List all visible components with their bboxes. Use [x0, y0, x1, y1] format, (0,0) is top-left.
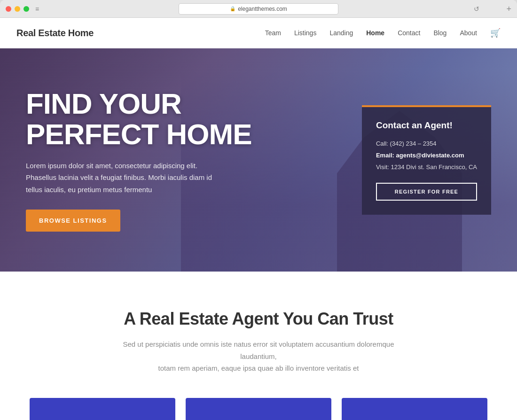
trust-section: A Real Estate Agent You Can Trust Sed ut… [0, 272, 517, 420]
website-content: Real Estate Home Team Listings Landing H… [0, 18, 517, 420]
nav-item-listings[interactable]: Listings [294, 29, 316, 37]
nav-link-landing[interactable]: Landing [329, 29, 353, 37]
hamburger-icon[interactable]: ≡ [35, 5, 39, 13]
nav-link-about[interactable]: About [460, 29, 477, 37]
trust-card-2 [186, 398, 331, 420]
email-value: agents@diviestate.com [396, 152, 464, 159]
nav-link-contact[interactable]: Contact [398, 29, 420, 37]
contact-card-title: Contact an Agent! [376, 120, 477, 131]
nav-item-team[interactable]: Team [265, 29, 281, 37]
hero-subtitle: Lorem ipsum dolor sit amet, consectetur … [26, 160, 228, 196]
trust-card-3 [342, 398, 487, 420]
trust-card-1 [30, 398, 175, 420]
browse-listings-button[interactable]: BROWSE LISTINGS [26, 210, 120, 232]
browser-dots [6, 6, 29, 12]
browser-titlebar: ≡ 🔒 elegantthemes.com ↺ + [0, 0, 517, 18]
nav-link-home[interactable]: Home [366, 29, 384, 37]
trust-cards-container [16, 398, 501, 420]
trust-title: A Real Estate Agent You Can Trust [16, 309, 501, 329]
email-label: Email: [376, 152, 394, 159]
minimize-dot[interactable] [15, 6, 20, 12]
nav-item-contact[interactable]: Contact [398, 29, 420, 37]
cart-icon[interactable]: 🛒 [490, 28, 501, 38]
contact-phone: Call: (342) 234 – 2354 [376, 138, 477, 150]
address-bar[interactable]: 🔒 elegantthemes.com [179, 3, 338, 15]
close-dot[interactable] [6, 6, 11, 12]
contact-address: Visit: 1234 Divi st. San Francisco, CA [376, 162, 477, 173]
navigation: Real Estate Home Team Listings Landing H… [0, 18, 517, 48]
contact-card-info: Call: (342) 234 – 2354 Email: agents@div… [376, 138, 477, 173]
fullscreen-dot[interactable] [24, 6, 29, 12]
new-tab-button[interactable]: + [506, 5, 511, 13]
hero-title-line2: PERFECT HOME [26, 118, 252, 150]
url-text: elegantthemes.com [238, 6, 287, 12]
contact-card: Contact an Agent! Call: (342) 234 – 2354… [362, 105, 491, 214]
browser-window: ≡ 🔒 elegantthemes.com ↺ + Real Estate Ho… [0, 0, 517, 420]
hero-content: FIND YOUR PERFECT HOME Lorem ipsum dolor… [0, 48, 517, 272]
nav-item-landing[interactable]: Landing [329, 29, 353, 37]
nav-link-blog[interactable]: Blog [433, 29, 446, 37]
register-button[interactable]: REGISTER FOR FREE [376, 183, 477, 201]
site-logo[interactable]: Real Estate Home [16, 28, 94, 39]
nav-item-blog[interactable]: Blog [433, 29, 446, 37]
nav-links: Team Listings Landing Home Contact Blog … [265, 28, 501, 38]
hero-title: FIND YOUR PERFECT HOME [26, 88, 252, 149]
nav-link-listings[interactable]: Listings [294, 29, 316, 37]
nav-item-home[interactable]: Home [366, 29, 384, 37]
hero-section: FIND YOUR PERFECT HOME Lorem ipsum dolor… [0, 48, 517, 272]
hero-title-line1: FIND YOUR [26, 87, 181, 120]
contact-email: Email: agents@diviestate.com [376, 150, 477, 162]
reload-icon[interactable]: ↺ [474, 5, 479, 13]
lock-icon: 🔒 [230, 6, 235, 11]
nav-item-about[interactable]: About [460, 29, 477, 37]
hero-left-content: FIND YOUR PERFECT HOME Lorem ipsum dolor… [26, 88, 252, 232]
nav-link-team[interactable]: Team [265, 29, 281, 37]
trust-subtitle: Sed ut perspiciatis unde omnis iste natu… [118, 338, 400, 374]
